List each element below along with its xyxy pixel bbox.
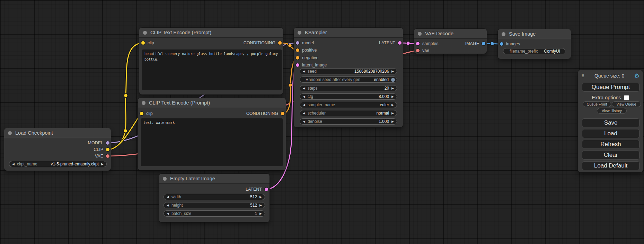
output-port-latent[interactable]: LATENT: [379, 40, 402, 45]
load-button[interactable]: Load: [582, 129, 639, 138]
reroute-dot[interactable]: [124, 129, 127, 133]
reroute-dot[interactable]: [124, 94, 128, 98]
output-port-model[interactable]: MODEL: [88, 141, 109, 145]
seed-widget[interactable]: ◀ seed 156680208700286 ▶: [300, 68, 397, 74]
decrement-arrow-icon[interactable]: ◀: [303, 103, 305, 107]
queue-front-button[interactable]: Queue Front: [583, 101, 611, 107]
node-title-bar[interactable]: VAE Decode: [414, 29, 487, 38]
input-port-samples[interactable]: samples: [416, 41, 439, 46]
collapse-dot-icon[interactable]: [502, 32, 505, 36]
node-ksampler[interactable]: KSampler model positive negative latent_…: [294, 28, 403, 127]
height-widget[interactable]: ◀ height 512 ▶: [164, 202, 265, 208]
width-widget[interactable]: ◀ width 512 ▶: [164, 194, 265, 200]
filename-prefix-widget[interactable]: filename_prefix ComfyUI: [503, 48, 565, 54]
cfg-widget[interactable]: ◀ cfg 8.000 ▶: [300, 93, 397, 100]
collapse-dot-icon[interactable]: [418, 32, 422, 36]
conditioning-port-icon[interactable]: [296, 48, 299, 52]
conditioning-port-icon[interactable]: [281, 112, 284, 115]
node-clip-text-encode-negative[interactable]: CLIP Text Encode (Prompt) clip CONDITION…: [138, 98, 286, 170]
output-port-conditioning[interactable]: CONDITIONING: [246, 111, 284, 116]
decrement-arrow-icon[interactable]: ◀: [167, 204, 169, 207]
node-title-bar[interactable]: CLIP Text Encode (Prompt): [139, 28, 283, 37]
model-port-icon[interactable]: [106, 141, 109, 145]
clip-port-icon[interactable]: [106, 148, 109, 151]
input-port-clip[interactable]: clip: [141, 40, 154, 45]
node-load-checkpoint[interactable]: Load Checkpoint MODEL CLIP VAE ◀ ckpt_na…: [4, 128, 111, 171]
reroute-dot[interactable]: [289, 83, 292, 87]
input-port-positive[interactable]: positive: [296, 48, 317, 53]
view-history-button[interactable]: View History: [597, 108, 627, 114]
output-port-image[interactable]: IMAGE: [465, 41, 485, 46]
denoise-widget[interactable]: ◀ denoise 1.000 ▶: [300, 118, 397, 125]
negative-prompt-textarea[interactable]: text, watermark: [141, 118, 283, 166]
increment-arrow-icon[interactable]: ▶: [391, 103, 394, 107]
refresh-button[interactable]: Refresh: [582, 140, 639, 149]
increment-arrow-icon[interactable]: ▶: [391, 120, 394, 123]
clip-port-icon[interactable]: [141, 41, 145, 45]
positive-prompt-textarea[interactable]: beautiful scenery nature glass bottle la…: [142, 49, 282, 90]
reroute-dot[interactable]: [491, 42, 494, 46]
toggle-enabled-icon[interactable]: [391, 78, 395, 82]
node-clip-text-encode-positive[interactable]: CLIP Text Encode (Prompt) clip CONDITION…: [139, 28, 283, 94]
output-port-latent[interactable]: LATENT: [246, 187, 268, 192]
latent-port-icon[interactable]: [398, 41, 402, 45]
decrement-arrow-icon[interactable]: ◀: [303, 87, 305, 90]
gear-icon[interactable]: ⚙: [634, 73, 639, 79]
latent-port-icon[interactable]: [265, 188, 268, 191]
node-title-bar[interactable]: Load Checkpoint: [4, 128, 111, 138]
increment-arrow-icon[interactable]: ▶: [101, 163, 104, 166]
node-save-image[interactable]: Save Image images filename_prefix ComfyU…: [498, 29, 571, 59]
queue-prompt-button[interactable]: Queue Prompt: [582, 83, 639, 92]
clear-button[interactable]: Clear: [582, 151, 639, 160]
node-empty-latent-image[interactable]: Empty Latent Image LATENT ◀ width 512 ▶ …: [159, 174, 270, 222]
decrement-arrow-icon[interactable]: ◀: [12, 163, 15, 166]
output-port-clip[interactable]: CLIP: [94, 147, 109, 152]
latent-port-icon[interactable]: [296, 63, 299, 67]
latent-port-icon[interactable]: [416, 42, 420, 45]
decrement-arrow-icon[interactable]: ◀: [303, 70, 305, 73]
reroute-dot[interactable]: [406, 42, 410, 45]
load-default-button[interactable]: Load Default: [582, 161, 639, 170]
conditioning-port-icon[interactable]: [278, 41, 282, 45]
sampler-name-widget[interactable]: ◀ sampler_name euler ▶: [300, 102, 397, 108]
ckpt-name-widget[interactable]: ◀ ckpt_name v1-5-pruned-emaonly.ckpt ▶: [9, 161, 107, 167]
input-port-negative[interactable]: negative: [296, 55, 318, 60]
node-vae-decode[interactable]: VAE Decode samples vae IMAGE: [414, 29, 487, 54]
scheduler-widget[interactable]: ◀ scheduler normal ▶: [300, 110, 397, 116]
batch-size-widget[interactable]: ◀ batch_size 1 ▶: [164, 210, 265, 217]
decrement-arrow-icon[interactable]: ◀: [167, 196, 169, 199]
save-button[interactable]: Save: [582, 118, 639, 127]
decrement-arrow-icon[interactable]: ◀: [303, 120, 305, 123]
steps-widget[interactable]: ◀ steps 20 ▶: [300, 85, 397, 91]
model-port-icon[interactable]: [296, 41, 299, 45]
vae-port-icon[interactable]: [416, 49, 420, 52]
collapse-dot-icon[interactable]: [8, 131, 12, 135]
collapse-dot-icon[interactable]: [143, 31, 147, 35]
queue-panel[interactable]: ⠿ Queue size: 0 ⚙ Queue Prompt Extra opt…: [578, 70, 643, 172]
node-title-bar[interactable]: Save Image: [498, 29, 571, 39]
input-port-images[interactable]: images: [500, 42, 520, 46]
decrement-arrow-icon[interactable]: ◀: [167, 212, 169, 215]
extra-options-checkbox[interactable]: [624, 95, 629, 100]
increment-arrow-icon[interactable]: ▶: [259, 196, 262, 199]
input-port-latent-image[interactable]: latent_image: [296, 63, 327, 67]
conditioning-port-icon[interactable]: [296, 56, 299, 60]
increment-arrow-icon[interactable]: ▶: [391, 87, 394, 90]
view-queue-button[interactable]: View Queue: [612, 101, 641, 107]
output-port-conditioning[interactable]: CONDITIONING: [244, 40, 282, 45]
node-title-bar[interactable]: CLIP Text Encode (Prompt): [138, 98, 286, 108]
node-title-bar[interactable]: Empty Latent Image: [159, 174, 270, 183]
input-port-vae[interactable]: vae: [416, 48, 429, 53]
input-port-model[interactable]: model: [296, 40, 314, 45]
output-port-vae[interactable]: VAE: [95, 154, 109, 159]
collapse-dot-icon[interactable]: [142, 101, 145, 105]
input-port-clip[interactable]: clip: [140, 111, 153, 116]
increment-arrow-icon[interactable]: ▶: [391, 112, 394, 115]
node-graph-canvas[interactable]: Load Checkpoint MODEL CLIP VAE ◀ ckpt_na…: [0, 0, 644, 244]
increment-arrow-icon[interactable]: ▶: [391, 95, 394, 98]
drag-handle-icon[interactable]: ⠿: [581, 74, 585, 78]
reroute-dot[interactable]: [288, 44, 292, 48]
decrement-arrow-icon[interactable]: ◀: [303, 95, 305, 98]
increment-arrow-icon[interactable]: ▶: [391, 70, 394, 73]
vae-port-icon[interactable]: [106, 154, 109, 158]
